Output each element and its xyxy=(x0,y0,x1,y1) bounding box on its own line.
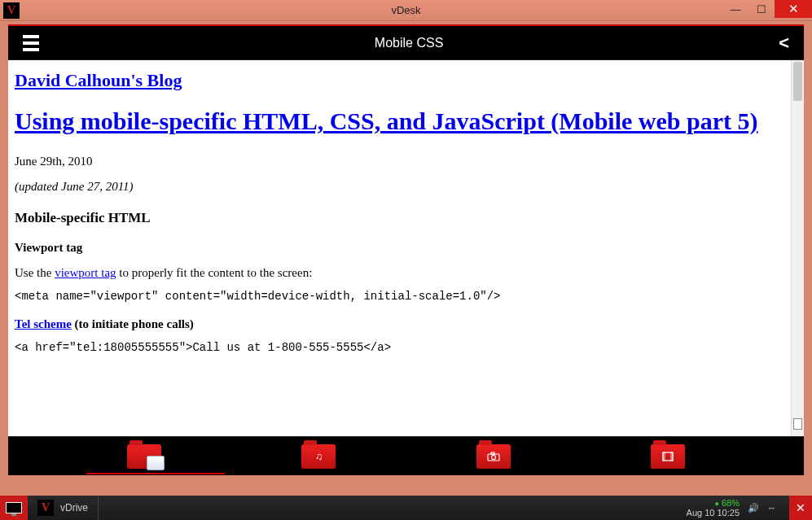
system-taskbar: V vDrive ● 68% Aug 10 10:25 🔊 ↔ ✕ xyxy=(0,496,812,520)
volume-icon[interactable]: 🔊 xyxy=(748,503,759,513)
viewport-tag-link[interactable]: viewport tag xyxy=(55,266,116,279)
fullscreen-icon[interactable]: ↔ xyxy=(767,503,776,513)
taskbar-app-vdrive[interactable]: V vDrive xyxy=(28,496,99,520)
bottom-dock: ♫ xyxy=(8,436,804,475)
start-button[interactable] xyxy=(0,496,28,520)
subsection-heading-viewport: Viewport tag xyxy=(15,241,786,255)
clock: Aug 10 10:25 xyxy=(687,508,740,518)
folder-icon xyxy=(127,444,161,469)
article-updated: (updated June 27, 2011) xyxy=(15,180,786,194)
dock-item-photos[interactable] xyxy=(476,444,511,469)
article-title-link[interactable]: Using mobile-specific HTML, CSS, and Jav… xyxy=(15,107,758,134)
dock-item-documents[interactable] xyxy=(127,444,161,469)
window-title: vDesk xyxy=(391,4,420,16)
hamburger-menu-icon[interactable] xyxy=(23,35,39,51)
document-overlay-icon xyxy=(147,456,165,470)
text: (to initiate phone calls) xyxy=(72,317,194,330)
folder-videos-icon xyxy=(651,444,685,469)
battery-percent: 68% xyxy=(722,498,740,508)
folder-music-icon: ♫ xyxy=(301,444,336,469)
text: to properly fit the content to the scree… xyxy=(116,266,313,279)
svg-rect-2 xyxy=(491,452,494,455)
close-button[interactable]: ✕ xyxy=(775,0,812,18)
app-header-title: Mobile CSS xyxy=(375,36,443,50)
vertical-scrollbar[interactable] xyxy=(791,60,804,436)
tel-scheme-link[interactable]: Tel scheme xyxy=(15,317,72,330)
scrollbar-resize-box[interactable] xyxy=(793,418,802,430)
app-header: Mobile CSS < xyxy=(8,24,804,60)
taskbar-app-label: vDrive xyxy=(60,502,88,513)
scrollbar-thumb[interactable] xyxy=(793,62,802,101)
app-frame: Mobile CSS < David Calhoun's Blog Using … xyxy=(8,24,804,475)
blog-home-link[interactable]: David Calhoun's Blog xyxy=(15,70,182,90)
paragraph: Use the viewport tag to properly fit the… xyxy=(15,266,786,280)
maximize-button[interactable]: ☐ xyxy=(748,0,775,18)
folder-photos-icon xyxy=(476,444,511,469)
taskbar-close-button[interactable]: ✕ xyxy=(789,496,812,520)
article-date: June 29th, 2010 xyxy=(15,155,786,168)
battery-status: ● 68% Aug 10 10:25 xyxy=(687,498,740,518)
window-titlebar: V vDesk — ☐ ✕ xyxy=(0,0,812,21)
svg-rect-4 xyxy=(663,452,665,461)
back-icon[interactable]: < xyxy=(779,33,789,54)
section-heading: Mobile-specific HTML xyxy=(15,210,786,226)
text: Use the xyxy=(15,266,55,279)
dock-item-videos[interactable] xyxy=(651,444,685,469)
minimize-button[interactable]: — xyxy=(722,0,748,18)
dock-active-indicator xyxy=(86,473,225,474)
window-controls: — ☐ ✕ xyxy=(722,0,812,18)
code-block-tel: <a href="tel:18005555555">Call us at 1-8… xyxy=(15,341,786,354)
svg-point-1 xyxy=(491,455,495,459)
vdrive-app-icon: V xyxy=(37,500,54,516)
svg-rect-5 xyxy=(671,452,673,461)
app-window-icon: V xyxy=(3,2,20,19)
article-content: David Calhoun's Blog Using mobile-specif… xyxy=(8,60,791,436)
monitor-icon xyxy=(6,502,22,513)
system-tray: ● 68% Aug 10 10:25 🔊 ↔ ✕ xyxy=(687,496,812,520)
subsection-heading-tel: Tel scheme (to initiate phone calls) xyxy=(15,317,786,331)
code-block-viewport: <meta name="viewport" content="width=dev… xyxy=(15,290,786,303)
content-area: David Calhoun's Blog Using mobile-specif… xyxy=(8,60,804,436)
dock-item-music[interactable]: ♫ xyxy=(301,444,336,469)
